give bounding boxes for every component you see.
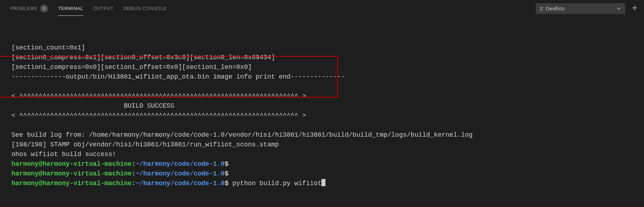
terminal-line: [section_count=0x1] <box>11 44 85 51</box>
prompt-user-host: harmony@harmony-virtual-machine <box>11 170 132 177</box>
prompt-colon: : <box>132 180 136 187</box>
terminal-line: [section1_compress=0x0][section1_offset=… <box>11 63 252 71</box>
tab-terminal[interactable]: TERMINAL <box>58 1 83 15</box>
panel-header: PROBLEMS 5 TERMINAL OUTPUT DEBUG CONSOLE… <box>0 0 644 17</box>
terminal-line: < ^^^^^^^^^^^^^^^^^^^^^^^^^^^^^^^^^^^^^^… <box>11 112 306 119</box>
terminal-selector-label: 2: DevEco <box>540 5 564 11</box>
prompt-line-3: harmony@harmony-virtual-machine:~/harmon… <box>11 180 325 187</box>
terminal-line: BUILD SUCCESS <box>11 102 291 109</box>
terminal-output-area[interactable]: [section_count=0x1] [section0_compress=0… <box>0 17 644 195</box>
tab-debug-console[interactable]: DEBUG CONSOLE <box>123 1 166 15</box>
plus-icon <box>631 5 638 12</box>
terminal-line: [198/198] STAMP obj/vendor/hisi/hi3861/h… <box>11 141 279 148</box>
terminal-line: [section0_compress=0x1][section0_offset=… <box>11 54 275 61</box>
prompt-colon: : <box>132 160 136 168</box>
terminal-line: --------------output/bin/Hi3861_wifiiot_… <box>11 73 345 80</box>
tab-terminal-label: TERMINAL <box>58 6 83 11</box>
terminal-selector-dropdown[interactable]: 2: DevEco <box>536 3 625 14</box>
prompt-user-host: harmony@harmony-virtual-machine <box>11 180 132 187</box>
terminal-line: See build log from: /home/harmony/harmon… <box>11 131 473 138</box>
terminal-cursor <box>321 179 325 186</box>
terminal-command: python build.py wifiiot <box>229 180 321 187</box>
tab-problems-label: PROBLEMS <box>10 6 37 11</box>
panel-tabs: PROBLEMS 5 TERMINAL OUTPUT DEBUG CONSOLE <box>10 0 536 17</box>
tab-output-label: OUTPUT <box>93 6 113 11</box>
problems-count-badge: 5 <box>40 5 48 13</box>
prompt-path: ~/harmony/code/code-1.0 <box>136 170 225 177</box>
prompt-line-1: harmony@harmony-virtual-machine:~/harmon… <box>11 160 229 168</box>
prompt-dollar: $ <box>225 160 229 168</box>
tab-debug-console-label: DEBUG CONSOLE <box>123 6 166 11</box>
chevron-down-icon <box>616 6 621 11</box>
prompt-dollar: $ <box>225 170 229 177</box>
header-actions: 2: DevEco <box>536 3 640 14</box>
tab-problems[interactable]: PROBLEMS 5 <box>10 0 48 17</box>
prompt-path: ~/harmony/code/code-1.0 <box>136 180 225 187</box>
tab-output[interactable]: OUTPUT <box>93 1 113 15</box>
prompt-colon: : <box>132 170 136 177</box>
new-terminal-button[interactable] <box>630 4 640 14</box>
prompt-user-host: harmony@harmony-virtual-machine <box>11 160 132 168</box>
prompt-path: ~/harmony/code/code-1.0 <box>136 160 225 168</box>
terminal-line: ohos wifiiot build success! <box>11 151 116 158</box>
prompt-line-2: harmony@harmony-virtual-machine:~/harmon… <box>11 170 229 177</box>
terminal-line: < ^^^^^^^^^^^^^^^^^^^^^^^^^^^^^^^^^^^^^^… <box>11 93 306 100</box>
prompt-dollar: $ <box>225 180 229 187</box>
